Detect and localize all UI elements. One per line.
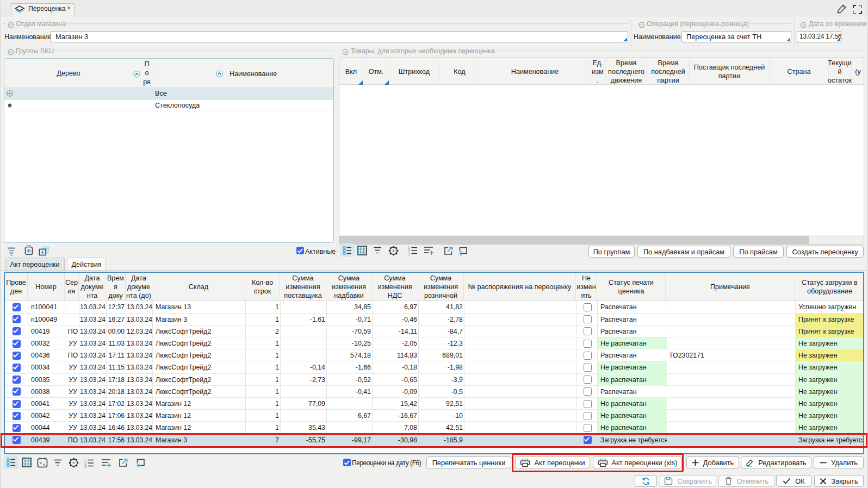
svg-text:3: 3 (408, 252, 410, 255)
svg-text:3: 3 (84, 465, 86, 468)
